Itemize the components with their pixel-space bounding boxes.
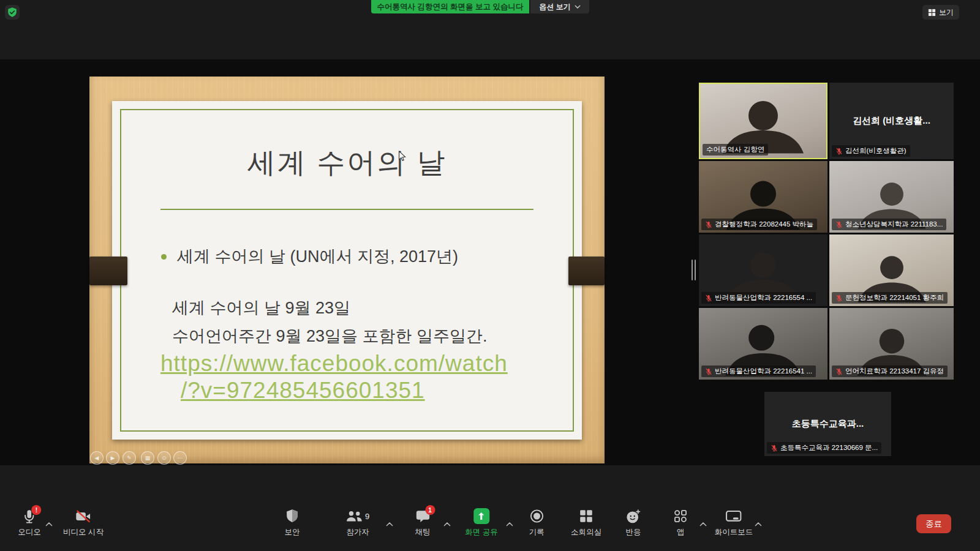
participant-name: 반려동물산업학과 22216554 ... [715, 293, 812, 302]
encryption-badge[interactable] [5, 5, 20, 20]
participant-name-label: 수어통역사 김항연 [703, 144, 768, 156]
muted-mic-icon [835, 294, 843, 302]
participant-tile-active-speaker[interactable]: 수어통역사 김항연 [699, 83, 827, 159]
chevron-up-icon [506, 522, 513, 527]
participant-tile[interactable]: 반려동물산업학과 22216541 ... [699, 308, 827, 380]
reactions-button[interactable]: 반응 [626, 508, 641, 538]
participant-name-label: 문헌정보학과 22214051 황주희 [832, 292, 948, 304]
security-button[interactable]: 보안 [285, 508, 300, 538]
participant-tile[interactable]: 청소년상담복지학과 2211183... [829, 161, 954, 233]
muted-mic-icon [835, 148, 843, 155]
view-label: 보기 [939, 7, 954, 18]
participant-name-label: 반려동물산업학과 22216541 ... [701, 365, 816, 377]
presentation-backdrop: 세계 수어의 날 세계 수어의 날 (UN에서 지정, 2017년) 세계 수어… [89, 77, 605, 463]
sidebar-resize-handle[interactable] [692, 260, 697, 282]
record-icon [529, 508, 544, 524]
participant-name: 문헌정보학과 22214051 황주희 [845, 293, 944, 302]
chat-icon: 1 [415, 508, 430, 524]
slide: 세계 수어의 날 세계 수어의 날 (UN에서 지정, 2017년) 세계 수어… [112, 101, 582, 440]
start-video-button[interactable]: 비디오 시작 [63, 508, 104, 538]
slideshow-prev-button[interactable]: ◀ [90, 451, 104, 465]
slideshow-next-button[interactable]: ▶ [106, 451, 119, 465]
left-frame-clip [89, 257, 127, 285]
next-icon: ▶ [111, 455, 115, 461]
whiteboard-options-chevron[interactable] [753, 518, 763, 530]
slideshow-grid-button[interactable]: ▦ [141, 451, 154, 465]
participant-display-name: 초등특수교육과... [792, 418, 864, 430]
participant-name-label: 김선희(비호생활관) [832, 145, 910, 157]
share-screen-label: 화면 공유 [465, 527, 497, 538]
participant-tile[interactable]: 경찰행정학과 22082445 박하늘 [699, 161, 827, 233]
participants-icon [346, 510, 363, 522]
muted-mic-icon [705, 368, 712, 375]
share-screen-button[interactable]: 화면 공유 [465, 508, 497, 538]
participant-name: 수어통역사 김항연 [706, 145, 764, 154]
apps-options-chevron[interactable] [698, 518, 708, 530]
slideshow-more-button[interactable]: ⋯ [173, 451, 187, 465]
bullet-dot [161, 254, 167, 260]
apps-label: 앱 [677, 527, 685, 538]
participant-name-label: 청소년상담복지학과 2211183... [832, 219, 946, 230]
chevron-up-icon [755, 522, 762, 527]
view-button[interactable]: 보기 [922, 5, 959, 20]
muted-mic-icon [705, 221, 712, 228]
participant-name-label: 반려동물산업학과 22216554 ... [701, 292, 816, 304]
participant-display-name: 김선희 (비호생활... [853, 115, 930, 127]
participant-tile[interactable]: 김선희 (비호생활... 김선희(비호생활관) [829, 83, 954, 159]
prev-icon: ◀ [95, 455, 99, 461]
chevron-down-icon [575, 5, 581, 9]
chat-button[interactable]: 1 채팅 [415, 508, 431, 538]
participants-button[interactable]: 9 참가자 [346, 508, 369, 538]
audio-label: 오디오 [18, 527, 41, 538]
participant-tile[interactable]: 초등특수교육과... 초등특수교육과 22130669 문... [764, 392, 891, 456]
participant-tile[interactable]: 반려동물산업학과 22216554 ... [699, 234, 827, 306]
shield-check-icon [7, 7, 18, 18]
record-button[interactable]: 기록 [529, 508, 545, 538]
share-options-chevron[interactable] [505, 518, 514, 530]
chat-label: 채팅 [415, 527, 431, 538]
participants-sidebar: 수어통역사 김항연 김선희 (비호생활... 김선희(비호생활관) [699, 83, 954, 465]
participant-tile[interactable]: 언어치료학과 22133417 김유정 [829, 308, 954, 380]
start-video-label: 비디오 시작 [63, 527, 104, 538]
share-screen-icon [473, 508, 489, 524]
participant-name: 초등특수교육과 22130669 문... [780, 443, 878, 452]
breakout-rooms-label: 소회의실 [571, 527, 601, 538]
chat-badge: 1 [425, 505, 435, 515]
slideshow-pen-button[interactable]: ✎ [123, 451, 136, 465]
participants-options-chevron[interactable] [385, 518, 394, 530]
pen-icon: ✎ [127, 455, 132, 461]
slide-line-2: 수어언어주간 9월 23일을 포함한 일주일간. [172, 325, 488, 347]
grid-view-icon [928, 9, 936, 17]
viewing-screen-banner: 수어통역사 김항연의 화면을 보고 있습니다 [371, 0, 529, 13]
participant-name: 경찰행정학과 22082445 박하늘 [715, 220, 813, 229]
participant-tile[interactable]: 문헌정보학과 22214051 황주희 [829, 234, 954, 306]
breakout-rooms-button[interactable]: 소회의실 [571, 508, 601, 538]
title-underline [160, 209, 533, 210]
participant-name-label: 언어치료학과 22133417 김유정 [832, 365, 948, 377]
reactions-label: 반응 [626, 527, 641, 538]
end-meeting-button[interactable]: 종료 [916, 514, 951, 533]
apps-icon [674, 508, 687, 524]
slide-line-1: 세계 수어의 날 9월 23일 [172, 297, 350, 319]
chevron-up-icon [45, 522, 53, 527]
facebook-link-line-1[interactable]: https://www.facebook.com/watch [160, 351, 508, 377]
whiteboard-icon [726, 508, 742, 524]
banner-text: 수어통역사 김항연의 화면을 보고 있습니다 [377, 2, 524, 12]
muted-mic-icon [771, 444, 778, 452]
participant-name: 반려동물산업학과 22216541 ... [715, 367, 812, 376]
chat-options-chevron[interactable] [442, 518, 452, 530]
audio-alert-badge: ! [32, 505, 42, 515]
whiteboard-label: 화이트보드 [715, 527, 753, 538]
participants-count: 9 [365, 512, 369, 521]
slideshow-zoom-button[interactable]: ⊙ [157, 451, 171, 465]
audio-options-chevron[interactable] [44, 518, 54, 530]
mic-icon: ! [23, 508, 37, 524]
record-label: 기록 [529, 527, 545, 538]
whiteboard-button[interactable]: 화이트보드 [715, 508, 753, 538]
apps-button[interactable]: 앱 [674, 508, 687, 538]
reactions-icon [626, 508, 641, 524]
facebook-link-line-2[interactable]: /?v=972485456601351 [181, 378, 425, 403]
view-options-button[interactable]: 옵션 보기 [530, 0, 589, 13]
mouse-cursor [398, 151, 407, 164]
audio-button[interactable]: ! 오디오 [18, 508, 41, 538]
